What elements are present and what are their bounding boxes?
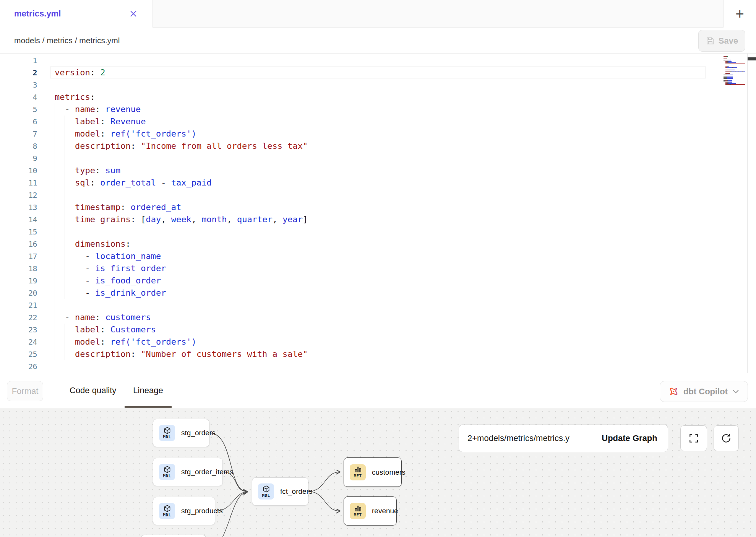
line-number: 20 [0, 287, 37, 299]
code-line[interactable]: 25 description: "Number of customers wit… [0, 348, 706, 360]
graph-selector-input[interactable] [459, 425, 591, 452]
copilot-label: dbt Copilot [683, 387, 728, 397]
code-editor[interactable]: 12version: 234metrics:5 - name: revenue6… [0, 54, 756, 373]
new-tab-button[interactable]: + [723, 0, 756, 28]
line-number: 2 [0, 67, 37, 79]
code-line[interactable]: 15 [0, 226, 706, 238]
line-number: 24 [0, 336, 37, 348]
code-line[interactable]: 3 [0, 79, 706, 91]
code-line[interactable]: 26 [0, 360, 706, 373]
line-number: 10 [0, 164, 37, 177]
close-icon[interactable] [127, 8, 140, 20]
code-line[interactable]: 10 type: sum [0, 164, 706, 177]
code-line[interactable]: 5 - name: revenue [0, 103, 706, 116]
line-number: 6 [0, 116, 37, 128]
breadcrumb: models / metrics / metrics.yml [14, 36, 120, 45]
lineage-node-stg_products[interactable]: MDLstg_products [153, 497, 215, 525]
line-number: 7 [0, 128, 37, 140]
code-line[interactable]: 22 - name: customers [0, 311, 706, 324]
panel-tabs: Code quality Lineage [61, 373, 172, 408]
lineage-node-revenue[interactable]: METrevenue [344, 496, 397, 526]
plus-icon: + [735, 7, 744, 21]
chevron-down-icon [732, 389, 739, 394]
code-line[interactable]: 6 label: Revenue [0, 116, 706, 128]
code-line[interactable]: 1 [0, 54, 706, 67]
fullscreen-icon [689, 433, 699, 443]
tab-lineage[interactable]: Lineage [125, 373, 171, 408]
lineage-node-customers[interactable]: METcustomers [344, 457, 402, 487]
code-line[interactable]: 23 label: Customers [0, 324, 706, 336]
code-line[interactable]: 11 sql: order_total - tax_paid [0, 177, 706, 189]
node-label: stg_products [181, 507, 223, 515]
code-line[interactable]: 16 dimensions: [0, 238, 706, 250]
code-line[interactable]: 18 - is_first_order [0, 262, 706, 275]
divider [51, 373, 51, 408]
model-badge-icon: MDL [159, 425, 175, 441]
edge-fct_orders-to-customers [308, 472, 340, 491]
tab-metrics-yml[interactable]: metrics.yml [0, 0, 153, 28]
tab-code-quality-label: Code quality [70, 386, 116, 395]
lineage-node-stg_orders[interactable]: MDLstg_orders [153, 419, 209, 447]
lineage-node-stg_order_items[interactable]: MDLstg_order_items [153, 458, 223, 486]
code-line[interactable]: 2version: 2 [0, 67, 706, 79]
code-line[interactable]: 12 [0, 189, 706, 201]
line-number: 19 [0, 275, 37, 287]
file-header-row: models / metrics / metrics.yml Save [0, 28, 756, 54]
lineage-node-fct_orders[interactable]: MDLfct_orders [252, 477, 308, 506]
code-line[interactable]: 4metrics: [0, 91, 706, 103]
line-number: 25 [0, 348, 37, 360]
line-number: 15 [0, 226, 37, 238]
line-number: 16 [0, 238, 37, 250]
line-number: 8 [0, 140, 37, 152]
line-number: 26 [0, 360, 37, 373]
refresh-button[interactable] [714, 425, 739, 451]
line-number: 11 [0, 177, 37, 189]
minimap[interactable] [724, 55, 746, 86]
tab-code-quality[interactable]: Code quality [61, 373, 125, 408]
bottom-bar: Format Code quality Lineage dbt Copilot [0, 373, 756, 408]
line-number: 12 [0, 189, 37, 201]
model-badge-icon: MDL [258, 483, 274, 500]
line-number: 9 [0, 152, 37, 164]
line-number: 13 [0, 201, 37, 213]
model-badge-icon: MDL [159, 503, 175, 519]
code-lines: 12version: 234metrics:5 - name: revenue6… [0, 54, 706, 373]
node-label: revenue [372, 507, 398, 515]
code-line[interactable]: 24 model: ref('fct_orders') [0, 336, 706, 348]
code-line[interactable]: 20 - is_drink_order [0, 287, 706, 299]
code-line[interactable]: 17 - location_name [0, 250, 706, 262]
line-number: 4 [0, 91, 37, 103]
line-number: 18 [0, 262, 37, 275]
code-line[interactable]: 21 [0, 299, 706, 311]
fullscreen-button[interactable] [680, 425, 707, 451]
metric-badge-icon: MET [350, 464, 366, 480]
node-label: stg_orders [181, 429, 216, 437]
line-number: 17 [0, 250, 37, 262]
overview-ruler[interactable] [747, 54, 756, 373]
update-graph-button[interactable]: Update Graph [591, 425, 668, 452]
refresh-icon [721, 433, 731, 443]
lineage-canvas[interactable]: MDLstg_ordersMDLstg_order_itemsMDLstg_pr… [0, 408, 756, 537]
code-line[interactable]: 14 time_grains: [day, week, month, quart… [0, 213, 706, 226]
format-button[interactable]: Format [7, 381, 43, 401]
line-number: 5 [0, 103, 37, 116]
code-line[interactable]: 13 timestamp: ordered_at [0, 201, 706, 213]
line-number: 23 [0, 324, 37, 336]
tab-lineage-label: Lineage [133, 386, 163, 395]
code-line[interactable]: 19 - is_food_order [0, 275, 706, 287]
node-label: customers [372, 468, 406, 477]
code-line[interactable]: 8 description: "Income from all orders l… [0, 140, 706, 152]
line-number: 3 [0, 79, 37, 91]
graph-control: Update Graph [459, 425, 668, 452]
dbt-copilot-button[interactable]: dbt Copilot [660, 381, 748, 402]
tab-bar: metrics.yml + [0, 0, 756, 28]
floppy-icon [706, 36, 715, 46]
line-number: 14 [0, 213, 37, 226]
lineage-node-partial_model[interactable]: MDL [141, 535, 206, 537]
node-label: fct_orders [280, 487, 312, 496]
code-line[interactable]: 9 [0, 152, 706, 164]
code-line[interactable]: 7 model: ref('fct_orders') [0, 128, 706, 140]
line-number: 1 [0, 54, 37, 67]
save-button[interactable]: Save [698, 30, 745, 52]
line-number: 21 [0, 299, 37, 311]
